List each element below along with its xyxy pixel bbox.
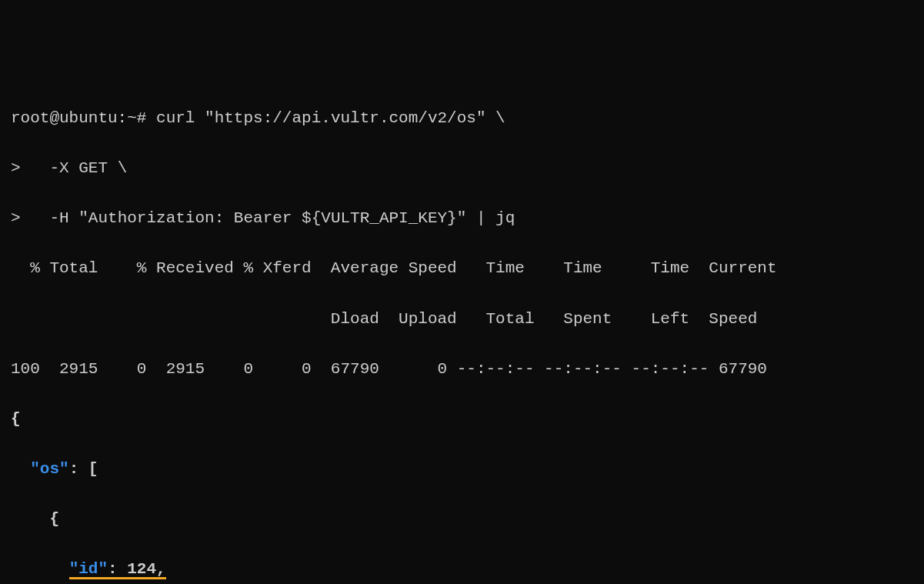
shell-prompt: root@ubuntu:~# (11, 109, 146, 127)
json-colon: : (108, 560, 127, 578)
curl-progress-stats: 100 2915 0 2915 0 0 67790 0 --:--:-- --:… (11, 357, 913, 382)
json-colon-bracket: : [ (69, 460, 98, 478)
json-key-os: "os" (30, 460, 68, 478)
json-comma: , (156, 560, 166, 578)
terminal-line-1: root@ubuntu:~# curl "https://api.vultr.c… (11, 106, 913, 132)
json-obj-open-1: { (11, 507, 913, 532)
command-part-1: curl "https://api.vultr.com/v2/os" \ (146, 109, 505, 127)
terminal-line-3: > -H "Authorization: Bearer ${VULTR_API_… (11, 206, 913, 232)
json-key-id: "id" (69, 560, 108, 578)
terminal-line-2: > -X GET \ (11, 156, 913, 182)
continuation-prompt: > (11, 159, 21, 177)
command-part-3: -H "Authorization: Bearer ${VULTR_API_KE… (21, 209, 515, 227)
curl-progress-header-2: Dload Upload Total Spent Left Speed (11, 307, 913, 332)
curl-progress-header-1: % Total % Received % Xferd Average Speed… (11, 256, 913, 282)
json-os-line: "os": [ (11, 457, 913, 482)
json-brace-open: { (11, 407, 913, 432)
json-id-line-1: "id": 124, (11, 557, 913, 582)
continuation-prompt: > (11, 209, 21, 227)
json-value-id-1: 124 (127, 560, 156, 578)
command-part-2: -X GET \ (21, 159, 128, 177)
